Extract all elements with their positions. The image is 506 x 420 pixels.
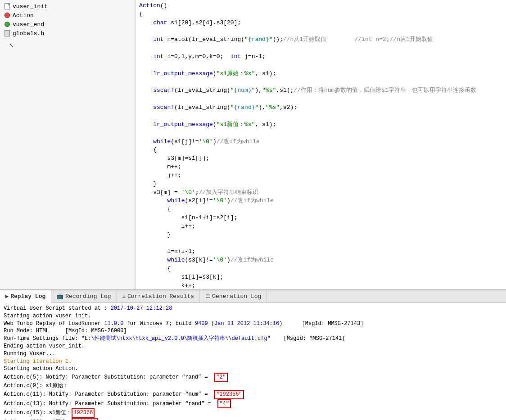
code-line-ipp: i++;	[136, 222, 506, 231]
log-line-12: Action.c(13): Notify: Parameter Substitu…	[4, 399, 502, 409]
log-line-3: Web Turbo Replay of LoadRunner 11.0.0 fo…	[4, 320, 502, 328]
code-line-sscanf-num: sscanf (lr_eval_string( " {num} " ), "%s…	[136, 86, 506, 95]
correlation-icon: ⇄	[122, 293, 126, 300]
sidebar-item-label: globals.h	[13, 30, 44, 37]
log-line-9: Action.c(5): Notify: Parameter Substitut…	[4, 373, 502, 382]
sidebar-item-label: vuser_end	[13, 21, 44, 28]
log-line-8: Starting action Action.	[4, 365, 502, 373]
code-blank-3	[136, 61, 506, 70]
sidebar-item-vuser-init[interactable]: vuser_init	[0, 2, 135, 11]
code-line-brace-5: }	[136, 231, 506, 239]
code-blank-1	[136, 27, 506, 36]
log-line-1: Virtual User Script started at : 2017-10…	[4, 305, 502, 312]
header-icon	[4, 30, 11, 37]
log-line-2: Starting action vuser_init.	[4, 312, 502, 320]
recording-log-icon: 📺	[57, 293, 63, 300]
sidebar-item-label: Action	[13, 12, 34, 19]
code-line-while-3: while (s3[k]!= '\0' ) //改if为while	[136, 256, 506, 265]
code-line-s3m: s3[m]=s1[j];	[136, 154, 506, 163]
code-line-jpp: j++;	[136, 172, 506, 180]
code-line-lr-output-2: lr_output_message ( "s1新值：%s" , s1);	[136, 121, 506, 129]
main-area: vuser_init Action vuser_end globals.h ↖ …	[0, 0, 506, 289]
code-line-mpp: m++;	[136, 163, 506, 172]
log-line-4: Run Mode: HTML [MsgId: MMSG-26000]	[4, 327, 502, 335]
cursor-indicator: ↖	[0, 38, 135, 51]
code-blank-6	[136, 112, 506, 121]
tabs-bar: ▶ Replay Log 📺 Recording Log ⇄ Correlati…	[0, 290, 506, 303]
code-line-l: l=n+i-1;	[136, 248, 506, 256]
log-line-iteration: Starting iteration 1.	[4, 358, 502, 366]
sidebar-item-label: vuser_init	[13, 3, 48, 10]
code-line-brace-3: }	[136, 180, 506, 189]
code-line-int-i: int i=0,l,y,m=0,k=0; int j=n-1;	[136, 53, 506, 61]
log-line-13: Action.c(15): s1新值：192366	[4, 408, 502, 418]
tab-replay-log[interactable]: ▶ Replay Log	[0, 290, 51, 303]
log-line-5: Run-Time Settings file: "E:\性能测试\htxk\ht…	[4, 335, 502, 343]
log-line-10: Action.c(9): s1原始：	[4, 382, 502, 390]
log-line-11: Action.c(11): Notify: Parameter Substitu…	[4, 390, 502, 399]
tab-correlation-results-label: Correlation Results	[127, 293, 194, 300]
tab-generation-log[interactable]: ☰ Generation Log	[200, 290, 267, 303]
code-blank-5	[136, 95, 506, 104]
code-line-brace-4: {	[136, 205, 506, 214]
replay-log-icon: ▶	[5, 293, 9, 300]
log-line-7: Running Vuser...	[4, 350, 502, 358]
bottom-panel: ▶ Replay Log 📺 Recording Log ⇄ Correlati…	[0, 289, 506, 420]
code-line-s3m-null: s3[m] = '\0' ; //加入字符串结束标识	[136, 189, 506, 197]
code-line-int-n: int n=atoi(lr_eval_string( " {rand} " ))…	[136, 36, 506, 44]
code-blank-7	[136, 129, 506, 138]
sidebar-item-vuser-end[interactable]: vuser_end	[0, 20, 135, 29]
tab-replay-log-label: Replay Log	[10, 293, 45, 300]
code-line-kpp: k++;	[136, 282, 506, 289]
log-line-6: Ending action vuser_init.	[4, 343, 502, 350]
code-line-sscanf-rand: sscanf (lr_eval_string( " {rand} " ), "%…	[136, 104, 506, 112]
code-editor[interactable]: Action() { char s1[20],s2[4],s3[20]; int…	[135, 0, 506, 289]
sidebar-item-action[interactable]: Action	[0, 11, 135, 20]
code-blank-2	[136, 44, 506, 53]
code-brace-open: {	[136, 10, 506, 19]
log-datetime: 2017-10-27 12:12:28	[111, 305, 172, 312]
tab-generation-log-label: Generation Log	[212, 293, 261, 300]
sidebar: vuser_init Action vuser_end globals.h ↖	[0, 0, 135, 289]
code-line-lr-output-1: lr_output_message ( "s1原始：%s" , s1);	[136, 70, 506, 78]
code-title-line: Action()	[136, 2, 506, 10]
code-line-s1n: s1[n-1+i]=s2[i];	[136, 214, 506, 222]
tab-correlation-results[interactable]: ⇄ Correlation Results	[117, 290, 200, 303]
action-icon	[4, 12, 11, 19]
page-icon	[4, 3, 11, 10]
globe-icon	[4, 21, 11, 28]
log-area: Virtual User Script started at : 2017-10…	[0, 303, 506, 420]
tab-recording-log[interactable]: 📺 Recording Log	[51, 290, 117, 303]
code-line-char: char s1[20],s2[4],s3[20];	[136, 19, 506, 27]
tab-recording-log-label: Recording Log	[65, 293, 111, 300]
log-line-14: Action.c(39): s1最终：1492366	[4, 418, 502, 420]
code-line-brace-2: {	[136, 146, 506, 154]
code-line-while-2: while (s2[i]!= '\0' ) //改if为while	[136, 197, 506, 205]
code-line-brace-6: {	[136, 265, 506, 273]
generation-log-icon: ☰	[205, 293, 210, 300]
code-line-while-1: while (s1[j]!= '\0' ) //改if为while	[136, 138, 506, 146]
code-line-s1l: s1[l]=s3[k];	[136, 273, 506, 282]
sidebar-item-globals-h[interactable]: globals.h	[0, 29, 135, 38]
code-blank-8	[136, 239, 506, 248]
code-blank-4	[136, 78, 506, 87]
